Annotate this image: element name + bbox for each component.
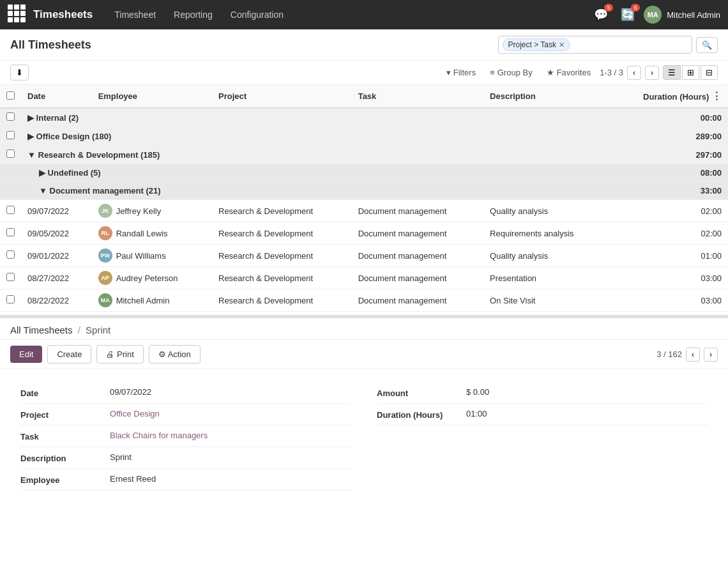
cell-employee: RL Randall Lewis <box>92 222 212 245</box>
table-row[interactable]: 09/05/2022 RL Randall Lewis Research & D… <box>0 222 728 245</box>
employee-avatar: PW <box>98 249 112 263</box>
controls-row: ⬇ ▾ Filters ≡ Group By ★ Favorites 1-3 /… <box>0 61 728 85</box>
cell-duration: 01:00 <box>609 245 728 267</box>
cell-project: Research & Development <box>212 312 352 316</box>
subgroup-row[interactable]: ▶ Undefined (5) 08:00 <box>0 164 728 182</box>
column-menu-icon[interactable]: ⋮ <box>711 91 722 102</box>
list-view-button[interactable]: ☰ <box>663 65 681 80</box>
group-toggle-icon: ▶ <box>27 113 34 123</box>
navbar-right: 💬 5 🔄 6 MA Mitchell Admin <box>590 5 720 24</box>
filters-button[interactable]: ▾ Filters <box>441 65 481 80</box>
row-checkbox[interactable] <box>6 295 15 303</box>
cell-employee: TJ Toni Jimenez <box>92 312 212 316</box>
col-task[interactable]: Task <box>352 85 483 108</box>
group-hours: 289:00 <box>609 127 728 146</box>
updates-button[interactable]: 🔄 6 <box>617 5 639 24</box>
group-checkbox[interactable] <box>6 112 15 121</box>
cell-date: 08/22/2022 <box>21 289 92 312</box>
subgroup-row[interactable]: ▼ Document management (21) 33:00 <box>0 182 728 200</box>
group-toggle-icon: ▶ <box>27 132 34 141</box>
print-button[interactable]: 🖨 Print <box>96 345 143 364</box>
group-row[interactable]: ▶ Office Design (180) 289:00 <box>0 127 728 146</box>
employee-name: Jeffrey Kelly <box>116 206 162 216</box>
employee-avatar: MA <box>98 293 112 307</box>
detail-left-col: Date 09/07/2022 Project Office Design Ta… <box>20 382 351 491</box>
nav-configuration[interactable]: Configuration <box>222 0 292 29</box>
group-label: ▶ Internal (2) <box>21 108 609 127</box>
cell-project: Research & Development <box>212 267 352 289</box>
table-row[interactable]: 08/22/2022 MA Mitchell Admin Research & … <box>0 289 728 312</box>
row-checkbox[interactable] <box>6 206 15 214</box>
table-row[interactable]: 08/17/2022 TJ Toni Jimenez Research & De… <box>0 312 728 316</box>
duration-label: Duration (Hours) <box>377 409 466 420</box>
apps-menu-icon[interactable] <box>8 4 28 25</box>
prev-page-button[interactable]: ‹ <box>627 66 641 80</box>
cell-project: Research & Development <box>212 245 352 267</box>
table-row[interactable]: 09/01/2022 PW Paul Williams Research & D… <box>0 245 728 267</box>
nav-reporting[interactable]: Reporting <box>165 0 222 29</box>
table-row[interactable]: 08/27/2022 AP Audrey Peterson Research &… <box>0 267 728 289</box>
search-bar: Project > Task ✕ <box>498 36 692 54</box>
group-by-button[interactable]: ≡ Group By <box>485 65 538 80</box>
col-project[interactable]: Project <box>212 85 352 108</box>
user-avatar[interactable]: MA <box>644 6 662 24</box>
task-link[interactable]: Black Chairs for managers <box>110 431 208 440</box>
notifications-button[interactable]: 💬 5 <box>590 5 612 24</box>
search-button[interactable]: 🔍 <box>696 37 718 53</box>
edit-button[interactable]: Edit <box>10 346 42 363</box>
row-checkbox[interactable] <box>6 250 15 259</box>
cell-description: Presentation <box>483 267 609 289</box>
group-checkbox[interactable] <box>6 150 15 158</box>
filter-tag[interactable]: Project > Task ✕ <box>503 38 570 51</box>
cell-project: Research & Development <box>212 289 352 312</box>
select-all-checkbox[interactable] <box>6 91 15 100</box>
employee-label: Employee <box>20 474 110 485</box>
star-icon: ★ <box>547 68 554 77</box>
cell-description: Quality analysis <box>483 200 609 222</box>
timesheets-table: Date Employee Project Task Description D… <box>0 85 728 315</box>
create-button[interactable]: Create <box>47 345 91 364</box>
view-switcher: ☰ ⊞ ⊟ <box>663 65 718 80</box>
cell-employee: PW Paul Williams <box>92 245 212 267</box>
action-button[interactable]: ⚙ Action <box>149 345 201 364</box>
detail-pagination: 3 / 162 ‹ › <box>656 348 718 362</box>
remove-filter-icon[interactable]: ✕ <box>559 41 565 49</box>
cell-task: Document management <box>352 289 483 312</box>
description-label: Description <box>20 452 110 463</box>
group-row[interactable]: ▼ Research & Development (185) 297:00 <box>0 146 728 164</box>
favorites-button[interactable]: ★ Favorites <box>542 65 596 80</box>
cell-project: Research & Development <box>212 200 352 222</box>
col-employee[interactable]: Employee <box>92 85 212 108</box>
col-description[interactable]: Description <box>483 85 609 108</box>
brand-title: Timesheets <box>33 8 93 21</box>
subgroup-hours: 08:00 <box>609 164 728 182</box>
subgroup-label: ▶ Undefined (5) <box>21 164 609 182</box>
row-checkbox[interactable] <box>6 228 15 236</box>
project-label: Project <box>20 409 110 420</box>
grid-view-button[interactable]: ⊟ <box>701 65 718 80</box>
col-duration[interactable]: Duration (Hours) ⋮ <box>609 85 728 108</box>
kanban-view-button[interactable]: ⊞ <box>682 65 699 80</box>
group-row[interactable]: ▶ Internal (2) 00:00 <box>0 108 728 127</box>
cell-task: Document management <box>352 267 483 289</box>
group-checkbox[interactable] <box>6 131 15 139</box>
subgroup-toggle-icon: ▼ <box>39 186 47 195</box>
project-link[interactable]: Office Design <box>110 409 160 418</box>
cell-employee: AP Audrey Peterson <box>92 267 212 289</box>
col-date[interactable]: Date <box>21 85 92 108</box>
detail-prev-button[interactable]: ‹ <box>686 348 700 362</box>
next-page-button[interactable]: › <box>645 66 659 80</box>
field-task: Task Black Chairs for managers <box>20 425 351 447</box>
breadcrumb-parent[interactable]: All Timesheets <box>10 325 73 335</box>
detail-next-button[interactable]: › <box>704 348 718 362</box>
row-checkbox[interactable] <box>6 273 15 281</box>
search-input[interactable] <box>573 40 688 50</box>
nav-timesheet[interactable]: Timesheet <box>105 0 165 29</box>
table-row[interactable]: 09/07/2022 JK Jeffrey Kelly Research & D… <box>0 200 728 222</box>
table-container: Date Employee Project Task Description D… <box>0 85 728 315</box>
field-date: Date 09/07/2022 <box>20 382 351 404</box>
cell-project: Research & Development <box>212 222 352 245</box>
field-duration: Duration (Hours) 01:00 <box>377 404 708 425</box>
export-button[interactable]: ⬇ <box>10 65 29 80</box>
date-value: 09/07/2022 <box>110 387 151 397</box>
